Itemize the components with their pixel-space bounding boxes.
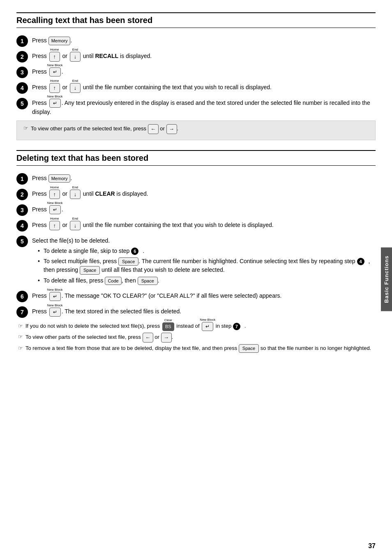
arrow-down-box-d2: ↓ xyxy=(70,190,81,199)
section-title-deleting: Deleting text that has been stored xyxy=(16,150,376,166)
step-d-circle-4: 4 xyxy=(16,220,28,232)
section-deleting: Deleting text that has been stored 1 Pre… xyxy=(16,150,376,353)
arrow-down-key-d4[interactable]: End ↓ xyxy=(70,221,81,231)
bs-key-label: Clear xyxy=(164,318,172,323)
step-3-content: Press New Block ↵ . xyxy=(32,67,376,76)
enter-key-d3[interactable]: New Block ↵ xyxy=(49,205,61,214)
enter-key-tip[interactable]: New Block ↵ xyxy=(202,322,213,331)
tip-content-recalling: To view other parts of the selected text… xyxy=(31,124,370,134)
arrow-up-key-d4[interactable]: Home ↑ xyxy=(49,221,60,231)
tip-row-d3: ☞ To remove a text file from those that … xyxy=(16,344,376,353)
step-3-recalling: 3 Press New Block ↵ . xyxy=(16,67,376,78)
enter-key-label-d3: New Block xyxy=(47,201,63,206)
space-key-multi[interactable]: Space xyxy=(118,257,138,266)
arrow-up-box: ↑ xyxy=(49,52,60,62)
enter-key-box-5: ↵ xyxy=(49,99,61,108)
bs-key-wrap: Clear BS xyxy=(162,322,174,331)
arrow-down-label-4: End xyxy=(72,79,78,83)
memory-key-d1[interactable]: Memory xyxy=(48,174,71,183)
tip-content-d3: To remove a text file from those that ar… xyxy=(25,344,376,353)
enter-key-label: New Block xyxy=(47,63,63,68)
enter-key-box: ↵ xyxy=(49,67,61,76)
enter-key-d7[interactable]: New Block ↵ xyxy=(49,308,61,317)
sidebar-tab: Basic Functions xyxy=(381,247,392,311)
enter-key-box-tip: ↵ xyxy=(202,322,213,331)
step-circle-2: 2 xyxy=(16,51,28,63)
step-circle-4: 4 xyxy=(16,82,28,94)
left-arrow-key-tip[interactable]: ← xyxy=(148,124,159,134)
step-d-5-content: Select the file(s) to be deleted. To del… xyxy=(32,236,376,287)
tip-row-recalling: ☞ To view other parts of the selected te… xyxy=(22,124,370,134)
enter-key-label-5: New Block xyxy=(47,94,63,99)
space-key-all[interactable]: Space xyxy=(138,277,158,285)
enter-key-label-tip: New Block xyxy=(200,317,215,322)
step-1-recalling: 1 Press Memory. xyxy=(16,35,376,47)
arrow-up-box-d2: ↑ xyxy=(49,190,60,199)
enter-key-d6[interactable]: New Block ↵ xyxy=(49,292,61,301)
enter-key-box-d6: ↵ xyxy=(49,292,61,301)
tip-icon: ☞ xyxy=(23,125,28,131)
step-4-recalling: 4 Press Home ↑ or End ↓ until the file n… xyxy=(16,82,376,94)
enter-key-box-d3: ↵ xyxy=(49,205,61,214)
step-ref-7: 7 xyxy=(233,323,240,330)
step-d-circle-3: 3 xyxy=(16,204,28,216)
step-3-deleting: 3 Press New Block ↵ . xyxy=(16,204,376,216)
enter-key-label-d6: New Block xyxy=(47,287,63,292)
step-1-content: Press Memory. xyxy=(32,35,376,45)
tip-icon-d1: ☞ xyxy=(18,323,23,329)
arrow-up-box-4: ↑ xyxy=(49,83,60,93)
bullet-multiple: To select multiple files, press Space. T… xyxy=(38,257,376,275)
bs-key-box[interactable]: BS xyxy=(162,322,174,331)
recall-word: RECALL xyxy=(95,53,118,59)
step-5-bullets: To delete a single file, skip to step 6.… xyxy=(32,247,376,285)
space-key-multi2[interactable]: Space xyxy=(80,266,100,275)
arrow-up-key-d2[interactable]: Home ↑ xyxy=(49,190,60,199)
arrow-up-label-d4: Home xyxy=(50,216,59,221)
enter-key-label-d7: New Block xyxy=(47,303,63,308)
step-d-2-content: Press Home ↑ or End ↓ until CLEAR is dis… xyxy=(32,189,376,199)
enter-key-box-d7: ↵ xyxy=(49,308,61,317)
step-5-content: Press New Block ↵ . Any text previously … xyxy=(32,98,376,116)
tip-row-d2: ☞ To view other parts of the selected te… xyxy=(16,333,376,343)
tip-icon-d3: ☞ xyxy=(18,345,23,351)
tip-content-d2: To view other parts of the selected text… xyxy=(25,333,376,343)
arrow-up-key-4[interactable]: Home ↑ xyxy=(49,83,60,93)
enter-key-5[interactable]: New Block ↵ xyxy=(49,99,61,108)
arrow-down-box-d4: ↓ xyxy=(70,221,81,231)
memory-key-1[interactable]: Memory xyxy=(48,37,71,45)
left-arrow-key-d2[interactable]: ← xyxy=(143,333,153,343)
arrow-down-key-d2[interactable]: End ↓ xyxy=(70,190,81,199)
right-arrow-key-tip[interactable]: → xyxy=(166,124,177,134)
arrow-down-box-4: ↓ xyxy=(70,83,81,93)
step-5-recalling: 5 Press New Block ↵ . Any text previousl… xyxy=(16,98,376,116)
arrow-down-key-4[interactable]: End ↓ xyxy=(70,83,81,93)
code-key[interactable]: Code xyxy=(105,277,121,285)
step-2-recalling: 2 Press Home ↑ or End ↓ until RECALL is … xyxy=(16,51,376,63)
step-1-deleting: 1 Press Memory. xyxy=(16,173,376,185)
step-d-circle-2: 2 xyxy=(16,189,28,200)
step-4-deleting: 4 Press Home ↑ or End ↓ until the file n… xyxy=(16,220,376,232)
arrow-up-label-4: Home xyxy=(50,79,59,83)
step-6-deleting: 6 Press New Block ↵ . The message "OK TO… xyxy=(16,291,376,302)
clear-word: CLEAR xyxy=(95,190,115,197)
step-d-circle-1: 1 xyxy=(16,173,28,185)
step-circle-1: 1 xyxy=(16,35,28,47)
step-d-circle-5: 5 xyxy=(16,236,28,247)
step-d-circle-7: 7 xyxy=(16,306,28,318)
arrow-down-label: End xyxy=(72,47,78,52)
enter-key-3[interactable]: New Block ↵ xyxy=(49,67,61,76)
step-5-deleting: 5 Select the file(s) to be deleted. To d… xyxy=(16,236,376,287)
right-arrow-key-d2[interactable]: → xyxy=(161,333,172,343)
arrow-up-key-2[interactable]: Home ↑ xyxy=(49,52,60,62)
bullet-single: To delete a single file, skip to step 6. xyxy=(38,247,376,255)
step-d-3-content: Press New Block ↵ . xyxy=(32,204,376,214)
arrow-up-label: Home xyxy=(50,47,59,52)
step-d-7-content: Press New Block ↵ . The text stored in t… xyxy=(32,306,376,316)
arrow-down-box: ↓ xyxy=(70,52,81,62)
arrow-up-box-d4: ↑ xyxy=(49,221,60,231)
space-key-tip[interactable]: Space xyxy=(239,344,259,353)
step-2-deleting: 2 Press Home ↑ or End ↓ until CLEAR is d… xyxy=(16,189,376,200)
bullet-all: To delete all files, press Code, then Sp… xyxy=(38,276,376,285)
step-ref-6: 6 xyxy=(131,248,138,255)
arrow-down-key-2[interactable]: End ↓ xyxy=(70,52,81,62)
